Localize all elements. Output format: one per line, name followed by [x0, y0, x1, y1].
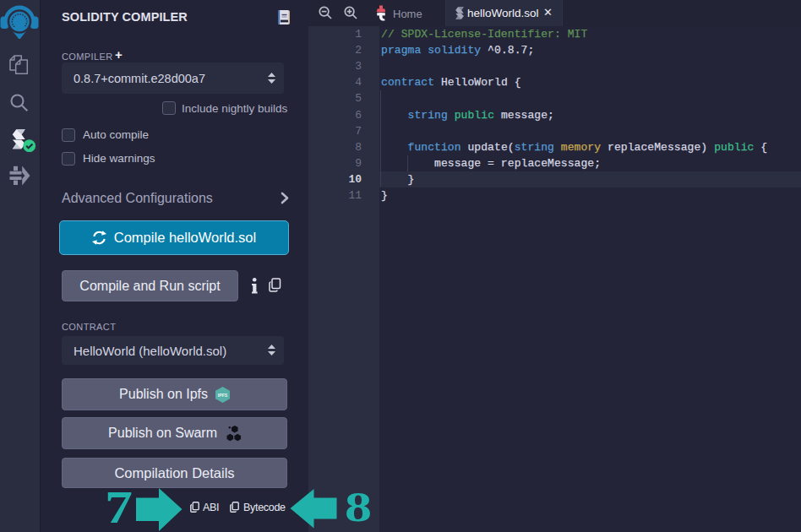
svg-text:IPFS: IPFS [218, 392, 228, 397]
